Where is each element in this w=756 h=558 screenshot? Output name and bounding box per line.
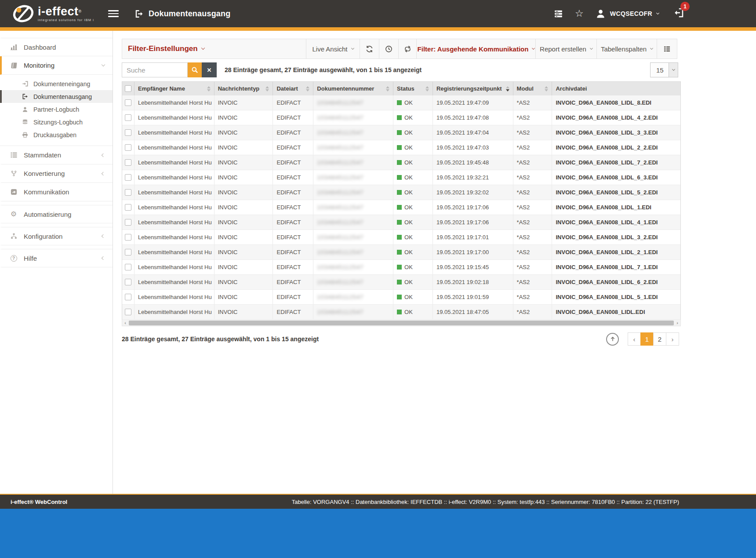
- previous-page-button[interactable]: ‹: [628, 332, 641, 346]
- cell-empfaenger-name: Lebensmittelhandel Horst Hu: [134, 260, 214, 274]
- row-checkbox[interactable]: [125, 264, 131, 270]
- cell-empfaenger-name: Lebensmittelhandel Horst Hu: [134, 95, 214, 110]
- scroll-left-arrow[interactable]: ‹: [122, 320, 128, 326]
- status-ok-indicator: [397, 205, 402, 210]
- table-row[interactable]: Lebensmittelhandel Horst Hu INVOIC EDIFA…: [122, 185, 680, 200]
- scroll-right-arrow[interactable]: ›: [674, 320, 680, 326]
- status-ok-indicator: [397, 160, 402, 165]
- cell-empfaenger-name: Lebensmittelhandel Horst Hu: [134, 245, 214, 259]
- page-size-select[interactable]: 15: [650, 62, 678, 77]
- sidebar-item-sitzungs-logbuch[interactable]: Sitzungs-Logbuch: [0, 116, 113, 128]
- table-row[interactable]: Lebensmittelhandel Horst Hu INVOIC EDIFA…: [122, 95, 680, 110]
- row-checkbox[interactable]: [125, 294, 131, 300]
- row-checkbox[interactable]: [125, 144, 131, 151]
- table-row[interactable]: Lebensmittelhandel Horst Hu INVOIC EDIFA…: [122, 110, 680, 125]
- repeat-button[interactable]: [398, 39, 417, 59]
- filter-settings-button[interactable]: Filter-Einstellungen: [122, 39, 306, 59]
- cell-nachrichtentyp: INVOIC: [214, 215, 273, 230]
- cell-dateiart: EDIFACT: [273, 260, 313, 274]
- select-arrow: [669, 63, 678, 77]
- sidebar-item-monitoring[interactable]: Monitoring: [0, 56, 113, 75]
- sidebar-item-dokumentenausgang[interactable]: Dokumentenausgang: [0, 90, 113, 103]
- column-header-status[interactable]: Status: [393, 82, 433, 95]
- page-button-2[interactable]: 2: [653, 332, 666, 346]
- search-input[interactable]: [122, 62, 188, 77]
- row-checkbox[interactable]: [125, 189, 131, 196]
- row-checkbox[interactable]: [125, 309, 131, 315]
- chevron-down-icon: [532, 46, 535, 49]
- active-filter-button[interactable]: Filter: Ausgehende Kommunikation: [416, 39, 536, 59]
- row-checkbox[interactable]: [125, 129, 131, 136]
- row-checkbox[interactable]: [125, 234, 131, 241]
- page-button-1[interactable]: 1: [640, 332, 654, 346]
- table-row[interactable]: Lebensmittelhandel Horst Hu INVOIC EDIFA…: [122, 260, 680, 275]
- sidebar-item-druckausgaben[interactable]: Druckausgaben: [0, 128, 113, 141]
- sidebar-item-dashboard[interactable]: Dashboard: [0, 38, 113, 56]
- cell-registrierungszeitpunkt: 19.05.2021 19:32:21: [433, 170, 513, 185]
- user-menu[interactable]: WCQSECOFR: [596, 9, 659, 19]
- table-row[interactable]: Lebensmittelhandel Horst Hu INVOIC EDIFA…: [122, 140, 680, 155]
- table-row[interactable]: Lebensmittelhandel Horst Hu INVOIC EDIFA…: [122, 215, 680, 230]
- sidebar-item-konvertierung[interactable]: Konvertierung: [0, 164, 113, 183]
- server-icon: [554, 10, 563, 18]
- row-checkbox[interactable]: [125, 279, 131, 285]
- sidebar-item-automatisierung[interactable]: ⚙ Automatisierung: [0, 205, 113, 223]
- table-row[interactable]: Lebensmittelhandel Horst Hu INVOIC EDIFA…: [122, 200, 680, 215]
- sidebar-item-dokumenteneingang[interactable]: Dokumenteneingang: [0, 77, 113, 90]
- cell-archivdatei: INVOIC_D96A_EAN008_LIDL_5_2.EDI: [552, 185, 680, 200]
- live-view-button[interactable]: Live Ansicht: [306, 39, 360, 59]
- logout-button[interactable]: 1: [673, 7, 684, 20]
- next-page-button[interactable]: ›: [666, 332, 679, 346]
- column-header-empfaenger[interactable]: Empfänger Name: [134, 82, 214, 95]
- notification-badge[interactable]: 1: [680, 2, 690, 11]
- row-checkbox[interactable]: [125, 159, 131, 166]
- search-button[interactable]: [188, 62, 202, 77]
- menu-toggle-button[interactable]: [108, 8, 119, 19]
- select-all-checkbox[interactable]: [125, 85, 131, 92]
- cell-dokumentennummer-redacted: 1034845112547: [313, 230, 393, 244]
- status-ok-indicator: [397, 235, 402, 240]
- row-checkbox[interactable]: [125, 204, 131, 211]
- brand-logo[interactable]: i-effect® integrated solutions for IBM i: [0, 4, 94, 23]
- row-checkbox[interactable]: [125, 249, 131, 255]
- table-row[interactable]: Lebensmittelhandel Horst Hu INVOIC EDIFA…: [122, 170, 680, 185]
- horizontal-scrollbar[interactable]: ‹ ›: [122, 320, 681, 326]
- row-checkbox[interactable]: [125, 114, 131, 121]
- table-row[interactable]: Lebensmittelhandel Horst Hu INVOIC EDIFA…: [122, 125, 680, 140]
- sidebar-item-kommunikation[interactable]: Kommunikation: [0, 183, 113, 201]
- table-row[interactable]: Lebensmittelhandel Horst Hu INVOIC EDIFA…: [122, 305, 680, 320]
- cell-status: OK: [393, 305, 433, 319]
- create-report-button[interactable]: Report erstellen: [535, 39, 597, 59]
- table-row[interactable]: Lebensmittelhandel Horst Hu INVOIC EDIFA…: [122, 230, 680, 245]
- column-header-modul[interactable]: Modul: [513, 82, 552, 95]
- table-row[interactable]: Lebensmittelhandel Horst Hu INVOIC EDIFA…: [122, 245, 680, 260]
- column-header-dokumentennummer[interactable]: Dokumentennummer: [313, 82, 393, 95]
- column-header-archivdatei[interactable]: Archivdatei: [552, 82, 680, 95]
- refresh-button[interactable]: [360, 39, 379, 59]
- row-checkbox[interactable]: [125, 219, 131, 226]
- list-view-button[interactable]: [657, 39, 677, 59]
- table-row[interactable]: Lebensmittelhandel Horst Hu INVOIC EDIFA…: [122, 290, 680, 305]
- table-row[interactable]: Lebensmittelhandel Horst Hu INVOIC EDIFA…: [122, 275, 680, 290]
- row-checkbox[interactable]: [125, 174, 131, 181]
- row-checkbox[interactable]: [125, 99, 131, 106]
- table-row[interactable]: Lebensmittelhandel Horst Hu INVOIC EDIFA…: [122, 155, 680, 170]
- cell-registrierungszeitpunkt: 19.05.2021 19:47:09: [433, 95, 513, 110]
- table-columns-button[interactable]: Tabellenspalten: [596, 39, 657, 59]
- status-ok-indicator: [397, 100, 402, 105]
- column-header-dateiart[interactable]: Dateiart: [273, 82, 313, 95]
- cell-nachrichtentyp: INVOIC: [214, 95, 273, 110]
- monitoring-submenu: Dokumenteneingang Dokumentenausgang Part…: [0, 75, 113, 146]
- clear-search-button[interactable]: ✕: [202, 62, 217, 77]
- favorites-button[interactable]: ☆: [575, 9, 584, 18]
- scroll-to-top-button[interactable]: [606, 333, 619, 346]
- scrollbar-thumb[interactable]: [129, 321, 674, 325]
- server-status-button[interactable]: [554, 10, 563, 18]
- sidebar-item-konfiguration[interactable]: Konfiguration: [0, 227, 113, 245]
- sidebar-item-partner-logbuch[interactable]: Partner-Logbuch: [0, 103, 113, 116]
- column-header-nachrichtentyp[interactable]: Nachrichtentyp: [214, 82, 273, 95]
- schedule-button[interactable]: [379, 39, 399, 59]
- sidebar-item-stammdaten[interactable]: Stammdaten: [0, 146, 113, 164]
- column-header-registrierungszeitpunkt[interactable]: Registrierungszeitpunkt: [433, 82, 513, 95]
- sidebar-item-hilfe[interactable]: ? Hilfe: [0, 249, 113, 267]
